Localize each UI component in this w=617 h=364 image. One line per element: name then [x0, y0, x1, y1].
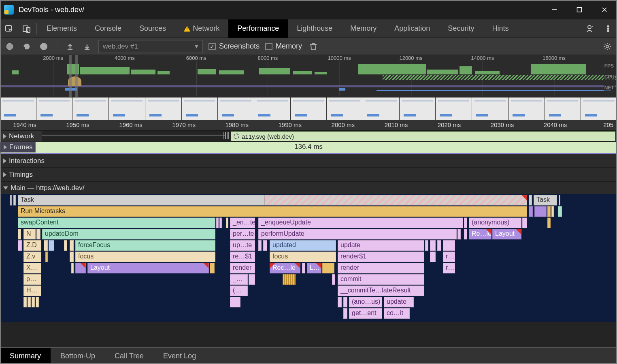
detail-ruler[interactable]: 1940 ms 1950 ms 1960 ms 1970 ms 1980 ms … — [0, 120, 617, 130]
tab-event-log[interactable]: Event Log — [153, 348, 206, 364]
settings-button[interactable] — [602, 41, 613, 52]
flame-block[interactable]: update — [384, 297, 414, 307]
flame-block[interactable]: X… — [23, 263, 41, 273]
flame-block[interactable]: Layout — [492, 229, 521, 239]
flame-block[interactable]: render — [338, 263, 424, 273]
flame-block[interactable] — [430, 252, 436, 262]
flame-block[interactable] — [551, 206, 554, 217]
flame-block[interactable] — [249, 274, 255, 285]
flame-block[interactable]: Layout — [87, 263, 209, 273]
flame-block[interactable]: up…te — [230, 240, 255, 251]
interactions-track[interactable]: Interactions — [0, 154, 617, 167]
screenshot-thumb[interactable] — [400, 97, 436, 120]
session-select[interactable]: web.dev #1▾ — [98, 40, 203, 53]
flame-block[interactable] — [529, 206, 533, 217]
flame-block[interactable] — [13, 195, 16, 205]
screenshot-thumb[interactable] — [72, 97, 109, 120]
filmstrip[interactable] — [0, 97, 617, 120]
maximize-button[interactable] — [567, 0, 592, 19]
flame-block[interactable]: render — [230, 263, 255, 273]
flame-block[interactable] — [457, 229, 461, 239]
flame-block[interactable] — [18, 229, 21, 239]
flame-block[interactable] — [430, 240, 436, 251]
flame-chart[interactable]: Task Task Run Microtasks swapContent _en… — [0, 194, 617, 322]
frames-track[interactable]: Frames 136.4 ms — [0, 142, 617, 154]
expand-icon[interactable] — [3, 159, 6, 163]
tab-console[interactable]: Console — [86, 19, 130, 38]
flame-block[interactable]: per…te — [230, 229, 255, 239]
screenshot-thumb[interactable] — [581, 97, 617, 120]
flame-block[interactable] — [283, 274, 296, 285]
flame-block[interactable] — [559, 195, 560, 205]
flame-block[interactable]: (anonymous) — [469, 218, 521, 228]
flame-block[interactable]: (… — [230, 286, 248, 296]
flame-block[interactable] — [10, 195, 12, 205]
timings-track[interactable]: Timings — [0, 167, 617, 181]
expand-icon[interactable] — [4, 145, 7, 150]
flame-block[interactable] — [547, 218, 551, 228]
flame-block[interactable] — [338, 297, 342, 307]
screenshot-thumb[interactable] — [508, 97, 545, 120]
flame-block[interactable] — [522, 218, 527, 228]
flame-block[interactable]: Re…le — [469, 229, 491, 239]
flame-block[interactable] — [49, 240, 54, 251]
flame-block[interactable] — [343, 297, 347, 307]
screenshot-thumb[interactable] — [182, 97, 218, 120]
expand-icon[interactable] — [3, 134, 6, 139]
flame-block[interactable]: forceFocus — [75, 240, 215, 251]
device-icon[interactable] — [18, 19, 36, 38]
flame-block[interactable]: Rec…le — [270, 263, 300, 273]
flame-block[interactable] — [226, 218, 228, 228]
flame-block[interactable] — [547, 206, 551, 217]
flame-block[interactable] — [343, 308, 347, 319]
flame-block[interactable] — [558, 206, 562, 217]
range-handle-right[interactable] — [75, 55, 78, 97]
screenshot-thumb[interactable] — [109, 97, 145, 120]
flame-block[interactable] — [437, 240, 441, 251]
flame-block[interactable] — [302, 263, 305, 273]
flame-block[interactable]: render$1 — [338, 252, 424, 262]
screenshots-checkbox[interactable]: Screenshots — [209, 42, 260, 51]
flame-block[interactable]: _… — [230, 274, 248, 285]
main-track[interactable]: Main — https://web.dev/ — [0, 181, 617, 194]
flame-block[interactable] — [219, 218, 222, 228]
flame-block[interactable]: updated — [270, 240, 336, 251]
flame-block[interactable]: L… — [307, 263, 321, 273]
range-handle-left[interactable] — [69, 55, 72, 97]
flame-block[interactable]: r… — [443, 252, 455, 262]
flame-block[interactable]: Task — [18, 195, 264, 205]
flame-block[interactable]: p… — [23, 274, 41, 285]
flame-block[interactable]: _enqueueUpdate — [258, 218, 463, 228]
network-request[interactable]: a11y.svg (web.dev) — [231, 131, 615, 141]
flame-block[interactable]: update — [338, 240, 424, 251]
flame-block[interactable] — [71, 263, 74, 273]
flame-block[interactable]: Z.D — [23, 240, 41, 251]
screenshot-thumb[interactable] — [36, 97, 72, 120]
flame-block[interactable] — [332, 274, 335, 285]
flame-block[interactable]: co…it — [384, 308, 410, 319]
flame-block-long-task[interactable] — [264, 195, 527, 205]
flame-block[interactable] — [70, 252, 74, 262]
more-icon[interactable] — [599, 25, 617, 33]
tab-sources[interactable]: Sources — [130, 19, 175, 38]
flame-block[interactable]: focus — [75, 252, 215, 262]
flame-block[interactable]: (ano…us) — [349, 297, 382, 307]
tab-elements[interactable]: Elements — [38, 19, 86, 38]
screenshot-thumb[interactable] — [436, 97, 472, 120]
feedback-icon[interactable] — [581, 24, 599, 33]
screenshot-thumb[interactable] — [327, 97, 363, 120]
flame-block[interactable] — [258, 240, 262, 251]
collapse-icon[interactable] — [3, 186, 8, 190]
flame-block[interactable] — [45, 252, 48, 262]
clear-button[interactable] — [38, 41, 49, 52]
delete-button[interactable] — [308, 41, 319, 52]
download-button[interactable] — [81, 41, 93, 52]
flame-block[interactable]: _en…te — [230, 218, 255, 228]
tab-memory[interactable]: Memory — [341, 19, 385, 38]
flame-block[interactable] — [529, 195, 532, 205]
flame-block[interactable] — [322, 263, 334, 273]
tab-application[interactable]: Application — [385, 19, 439, 38]
flame-block[interactable] — [216, 218, 219, 228]
flame-block[interactable]: __commitTe…lateResult — [338, 286, 424, 296]
screenshot-thumb[interactable] — [472, 97, 508, 120]
